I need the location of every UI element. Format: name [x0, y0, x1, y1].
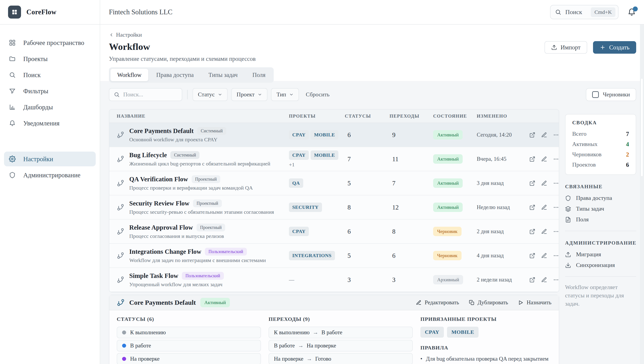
dropdown-label: Тип [276, 91, 286, 98]
detail-body: СТАТУСЫ (6) К выполнению В раб [109, 310, 559, 364]
table-row[interactable]: Integrations Change Flow Пользовательски… [109, 244, 559, 268]
sidebar-item-administration[interactable]: Администрирование [4, 168, 96, 182]
status-label: К выполнению [130, 329, 166, 336]
more-actions-icon[interactable] [553, 277, 559, 283]
transition-item[interactable]: В работе → На проверке [268, 340, 413, 352]
play-icon [518, 300, 524, 306]
notifications-button[interactable] [628, 8, 636, 16]
edit-pencil-icon[interactable] [541, 180, 547, 186]
sidebar-item-notifications[interactable]: Уведомления [4, 116, 96, 130]
import-button[interactable]: Импорт [544, 41, 587, 54]
admin-item-sync[interactable]: Синхронизация [565, 260, 636, 270]
edit-pencil-icon[interactable] [541, 204, 547, 210]
more-actions-icon[interactable] [553, 132, 559, 138]
sidebar-item-filters[interactable]: Фильтры [4, 84, 96, 98]
sidebar-item-workspace[interactable]: Рабочее пространство [4, 35, 96, 50]
status-item[interactable]: В работе [117, 340, 261, 352]
status-item[interactable]: На проверке [117, 353, 261, 364]
detail-header: Core Payments Default Активный Редактиро… [109, 295, 559, 310]
more-actions-icon[interactable] [553, 156, 559, 162]
search-input[interactable]: Поиск... [109, 88, 182, 101]
breadcrumb[interactable]: Настройки [109, 32, 142, 38]
project-chips: QA [289, 178, 345, 188]
column-header-projects: ПРОЕКТЫ [289, 113, 345, 119]
status-filter-dropdown[interactable]: Статус [192, 88, 228, 101]
drafts-toggle[interactable]: Черновики [586, 88, 636, 101]
tab[interactable]: Workflow [110, 69, 148, 81]
transition-item[interactable]: На проверке → Готово [268, 353, 413, 364]
column-header-statuses: СТАТУСЫ [345, 113, 390, 119]
state-badge: Активный [433, 202, 463, 212]
tab[interactable]: Права доступа [150, 69, 200, 81]
edit-pencil-icon[interactable] [541, 132, 547, 138]
project-chip: MOBILE [310, 150, 338, 160]
column-header-transitions: ПЕРЕХОДЫ [390, 113, 433, 119]
sidebar-item-search[interactable]: Поиск [4, 68, 96, 82]
status-item[interactable]: К выполнению [117, 327, 261, 338]
edit-pencil-icon[interactable] [541, 253, 547, 259]
copy-icon [469, 300, 474, 306]
open-external-icon[interactable] [529, 156, 535, 162]
reset-filters-link[interactable]: Сбросить [306, 91, 330, 98]
project-chip[interactable]: MOBILE [447, 327, 479, 338]
more-actions-icon[interactable] [553, 180, 559, 186]
create-button[interactable]: Создать [593, 41, 636, 54]
assign-button[interactable]: Назначить [518, 300, 552, 306]
open-external-icon[interactable] [529, 180, 535, 186]
table-row[interactable]: Bug Lifecycle Системный Жизненный цикл b… [109, 147, 559, 171]
git-branch-icon [117, 228, 124, 235]
modified-label: 2 недели назад [477, 276, 529, 283]
more-actions-icon[interactable] [553, 204, 559, 210]
sidebar-item-dashboards[interactable]: Дашборды [4, 100, 96, 114]
sidebar-item-projects[interactable]: Проекты [4, 52, 96, 66]
table-row[interactable]: QA Verification Flow Проектный Процесс п… [109, 171, 559, 196]
file-text-icon [565, 217, 571, 223]
edit-pencil-icon[interactable] [541, 228, 547, 234]
edit-pencil-icon[interactable] [541, 156, 547, 162]
duplicate-button[interactable]: Дублировать [469, 300, 508, 306]
state-badge: Активный [433, 130, 463, 140]
related-item-fields[interactable]: Поля [565, 214, 636, 225]
related-item-permissions[interactable]: Права доступа [565, 193, 636, 204]
modified-label: 2 дня назад [477, 228, 529, 234]
statuses-count: 3 [345, 276, 390, 284]
admin-item-migration[interactable]: Миграция [565, 249, 636, 260]
project-chip: INTEGRATIONS [289, 251, 335, 260]
table-row[interactable]: Simple Task Flow Пользовательский Упроще… [109, 268, 559, 292]
workflow-type-badge: Пользовательский [205, 248, 247, 256]
table-row[interactable]: Core Payments Default Системный Основной… [109, 123, 559, 147]
related-item-task-types[interactable]: Типы задач [565, 204, 636, 214]
divider [187, 90, 188, 99]
sidebar-item-settings[interactable]: Настройки [4, 152, 96, 166]
more-actions-icon[interactable] [553, 253, 559, 259]
project-filter-dropdown[interactable]: Проект [231, 88, 268, 101]
transition-item[interactable]: К выполнению → В работе [268, 327, 413, 338]
open-external-icon[interactable] [529, 204, 535, 210]
open-external-icon[interactable] [529, 228, 535, 234]
arrow-right-icon: → [306, 356, 312, 362]
open-external-icon[interactable] [529, 253, 535, 259]
type-filter-dropdown[interactable]: Тип [271, 88, 299, 101]
edit-pencil-icon[interactable] [541, 277, 547, 283]
global-search[interactable]: Поиск Cmd+K [550, 5, 618, 19]
tab-bar: WorkflowПрава доступаТипы задачПоля [109, 67, 274, 83]
search-label: Поиск [565, 8, 587, 16]
brand-name: CoreFlow [26, 8, 56, 16]
drafts-checkbox[interactable] [592, 91, 599, 98]
workflow-description: Жизненный цикл bug-репортов с обязательн… [129, 161, 270, 167]
transitions-column: ПЕРЕХОДЫ (9) К выполнению → В работе [268, 316, 413, 364]
edit-button[interactable]: Редактировать [416, 300, 459, 306]
summary-row: Проектов 6 [572, 160, 629, 170]
tab[interactable]: Поля [246, 69, 272, 81]
more-actions-icon[interactable] [553, 228, 559, 234]
table-row[interactable]: Security Review Flow Проектный Процесс s… [109, 196, 559, 220]
project-chip: CPAY [289, 227, 309, 236]
table-row[interactable]: Release Approval Flow Проектный Процесс … [109, 220, 559, 244]
brand-block[interactable]: CoreFlow [0, 0, 100, 24]
project-chip[interactable]: CPAY [420, 327, 444, 338]
related-item-label: Поля [576, 216, 588, 223]
notification-dot [633, 6, 638, 12]
open-external-icon[interactable] [529, 277, 535, 283]
tab[interactable]: Типы задач [202, 69, 244, 81]
open-external-icon[interactable] [529, 132, 535, 138]
